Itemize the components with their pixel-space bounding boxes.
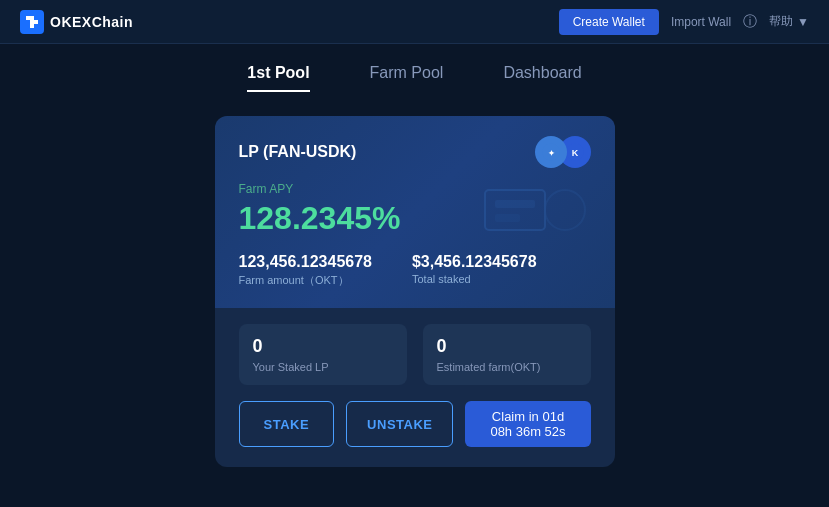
header: OKEXChain Create Wallet Import Wall ⓘ 帮助… [0,0,829,44]
your-staked-label: Your Staked LP [253,361,393,373]
svg-rect-6 [485,190,545,230]
chevron-down-icon: ▼ [797,15,809,29]
svg-rect-8 [495,214,520,222]
token-icons: ✦ K [535,136,591,168]
pool-top-card: LP (FAN-USDK) ✦ K [215,116,615,308]
farm-amount-label: Farm amount（OKT） [239,273,372,288]
lang-label: 帮助 [769,13,793,30]
estimated-farm-box: 0 Estimated farm(OKT) [423,324,591,385]
svg-rect-4 [34,20,38,24]
token-icon-fan: ✦ [535,136,567,168]
header-right: Create Wallet Import Wall ⓘ 帮助 ▼ [559,9,809,35]
svg-rect-1 [26,16,30,20]
your-staked-box: 0 Your Staked LP [239,324,407,385]
unstake-button[interactable]: UNSTAKE [346,401,453,447]
pool-bottom-section: 0 Your Staked LP 0 Estimated farm(OKT) S… [215,308,615,467]
stats-row: 123,456.12345678 Farm amount（OKT） $3,456… [239,253,591,288]
farm-amount-stat: 123,456.12345678 Farm amount（OKT） [239,253,372,288]
svg-text:✦: ✦ [547,149,554,158]
estimated-farm-value: 0 [437,336,577,357]
tab-dashboard[interactable]: Dashboard [503,64,581,92]
total-staked-value: $3,456.12345678 [412,253,537,271]
tab-farm-pool[interactable]: Farm Pool [370,64,444,92]
import-wallet-link[interactable]: Import Wall [671,15,731,29]
action-buttons: STAKE UNSTAKE Claim in 01d 08h 36m 52s [239,401,591,447]
tab-1st-pool[interactable]: 1st Pool [247,64,309,92]
lp-title: LP (FAN-USDK) [239,143,357,161]
svg-text:K: K [571,148,578,158]
total-staked-label: Total staked [412,273,537,285]
okex-logo-icon [20,10,44,34]
language-selector[interactable]: 帮助 ▼ [769,13,809,30]
farm-amount-value: 123,456.12345678 [239,253,372,271]
logo-text: OKEXChain [50,14,133,30]
tab-bar: 1st Pool Farm Pool Dashboard [247,64,581,92]
stake-button[interactable]: STAKE [239,401,335,447]
pool-card: LP (FAN-USDK) ✦ K [215,116,615,467]
background-decoration [475,170,595,254]
estimated-farm-label: Estimated farm(OKT) [437,361,577,373]
create-wallet-button[interactable]: Create Wallet [559,9,659,35]
svg-point-9 [545,190,585,230]
your-staked-value: 0 [253,336,393,357]
svg-rect-2 [30,16,34,20]
card-header: LP (FAN-USDK) ✦ K [239,136,591,168]
total-staked-stat: $3,456.12345678 Total staked [412,253,537,288]
logo: OKEXChain [20,10,133,34]
main-content: 1st Pool Farm Pool Dashboard LP (FAN-USD… [0,44,829,467]
info-icon[interactable]: ⓘ [743,13,757,31]
svg-rect-5 [30,24,34,28]
svg-rect-3 [30,20,34,24]
svg-rect-7 [495,200,535,208]
claim-button[interactable]: Claim in 01d 08h 36m 52s [465,401,590,447]
staked-row: 0 Your Staked LP 0 Estimated farm(OKT) [239,324,591,385]
